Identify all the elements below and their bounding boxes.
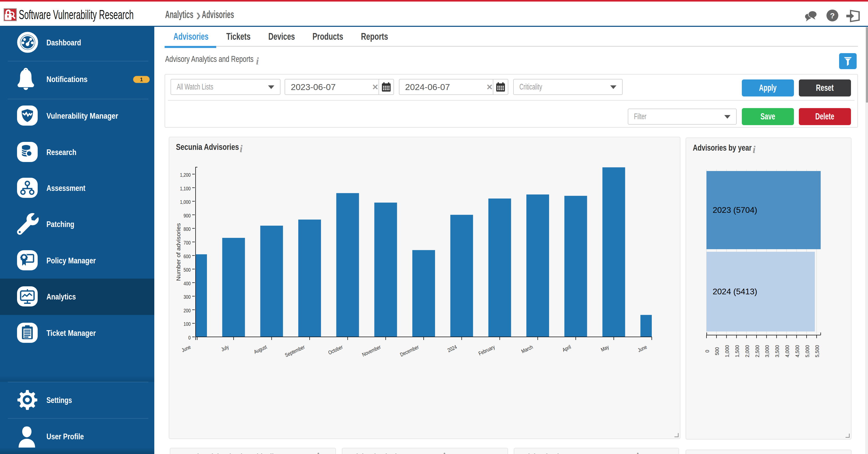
svg-text:800: 800 xyxy=(183,226,191,232)
svg-text:2,500: 2,500 xyxy=(754,345,760,358)
svg-text:1,500: 1,500 xyxy=(734,345,740,358)
svg-text:900: 900 xyxy=(183,213,191,219)
svg-text:2024: 2024 xyxy=(447,344,458,353)
svg-text:300: 300 xyxy=(183,294,191,300)
svg-text:?: ? xyxy=(830,11,835,20)
svg-text:March: March xyxy=(521,344,534,354)
svg-text:400: 400 xyxy=(183,281,191,286)
svg-text:500: 500 xyxy=(714,347,720,355)
svg-text:December: December xyxy=(399,344,420,358)
svg-text:July: July xyxy=(220,344,230,353)
svg-text:September: September xyxy=(284,344,306,358)
svg-text:February: February xyxy=(477,344,496,357)
svg-text:5,000: 5,000 xyxy=(804,345,810,358)
svg-text:500: 500 xyxy=(183,267,191,273)
svg-text:600: 600 xyxy=(183,253,191,259)
svg-text:0: 0 xyxy=(704,350,710,353)
svg-text:1,100: 1,100 xyxy=(180,186,191,191)
svg-text:May: May xyxy=(600,344,610,353)
svg-text:700: 700 xyxy=(183,240,191,246)
svg-text:June: June xyxy=(637,344,648,353)
svg-text:November: November xyxy=(361,344,382,358)
svg-text:1,000: 1,000 xyxy=(180,199,191,205)
svg-text:4,000: 4,000 xyxy=(784,345,790,358)
svg-text:August: August xyxy=(253,344,268,355)
svg-text:2024 (5413): 2024 (5413) xyxy=(713,287,757,296)
svg-text:3,000: 3,000 xyxy=(764,345,770,358)
svg-text:Number of advisories: Number of advisories xyxy=(175,223,182,281)
svg-text:1,000: 1,000 xyxy=(724,345,730,358)
svg-text:April: April xyxy=(561,344,572,353)
svg-text:2,000: 2,000 xyxy=(744,345,750,358)
svg-text:4,500: 4,500 xyxy=(794,345,800,358)
svg-text:100: 100 xyxy=(183,321,191,327)
svg-text:2023 (5704): 2023 (5704) xyxy=(713,205,757,215)
svg-text:October: October xyxy=(327,344,344,356)
svg-text:200: 200 xyxy=(183,307,191,314)
svg-text:1,200: 1,200 xyxy=(180,172,191,178)
svg-text:June: June xyxy=(181,344,192,353)
svg-text:0: 0 xyxy=(188,334,191,340)
svg-text:5,500: 5,500 xyxy=(814,345,820,358)
svg-text:3,500: 3,500 xyxy=(774,345,780,358)
